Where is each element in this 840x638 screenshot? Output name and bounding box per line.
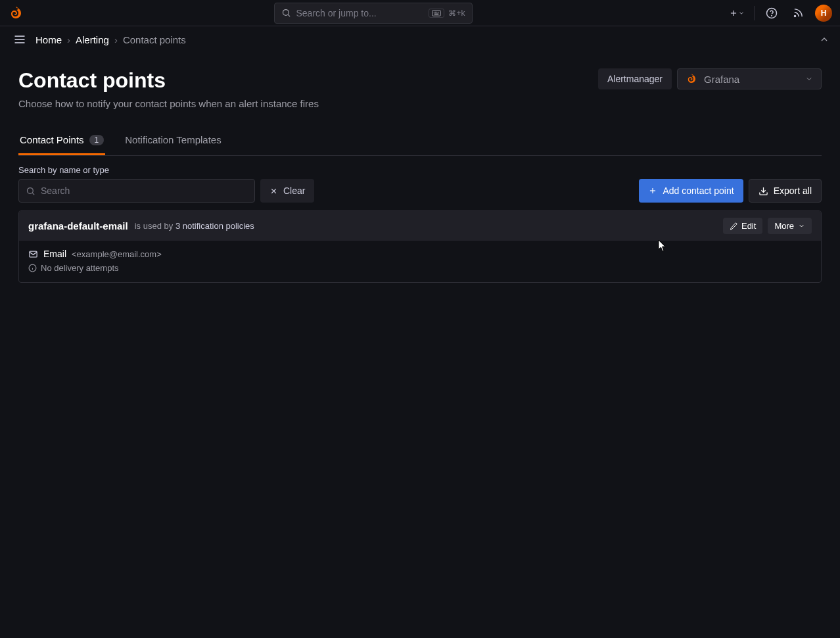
- close-icon: [269, 187, 278, 195]
- contact-point-status: No delivery attempts: [28, 263, 812, 273]
- add-menu-button[interactable]: [728, 4, 746, 22]
- search-icon: [26, 186, 35, 196]
- svg-point-4: [436, 12, 436, 12]
- tab-count-badge: 1: [89, 135, 105, 145]
- button-label: Export all: [774, 185, 812, 196]
- info-icon: [28, 264, 37, 272]
- contact-point-body: Email <example@email.com> No delivery at…: [19, 241, 821, 282]
- more-button[interactable]: More: [768, 218, 812, 234]
- svg-line-17: [32, 193, 34, 195]
- svg-rect-7: [435, 14, 439, 14]
- svg-line-1: [288, 14, 290, 16]
- tab-label: Contact Points: [20, 134, 84, 145]
- topbar-right: H: [728, 4, 832, 22]
- global-search[interactable]: Search or jump to... ⌘+k: [274, 3, 473, 24]
- clear-button[interactable]: Clear: [260, 179, 314, 203]
- tab-notification-templates[interactable]: Notification Templates: [124, 128, 222, 155]
- contact-point-usage: is used by 3 notification policies: [135, 221, 254, 231]
- keyboard-icon: [429, 9, 444, 18]
- tabs: Contact Points 1 Notification Templates: [18, 128, 822, 156]
- edit-button[interactable]: Edit: [723, 218, 762, 234]
- avatar[interactable]: H: [815, 5, 832, 22]
- alertmanager-label: Alertmanager: [598, 68, 672, 89]
- breadcrumb-row: Home › Alerting › Contact points: [0, 26, 840, 53]
- alertmanager-select[interactable]: Grafana: [677, 68, 822, 89]
- chevron-down-icon: [805, 75, 813, 83]
- chevron-down-icon: [798, 222, 805, 230]
- svg-point-12: [794, 15, 795, 16]
- page-header: Contact points Choose how to notify your…: [18, 68, 822, 109]
- svg-point-16: [28, 187, 34, 193]
- search-input[interactable]: [41, 185, 248, 196]
- divider: [754, 6, 755, 20]
- contact-point-address: <example@email.com>: [72, 249, 162, 259]
- svg-rect-2: [432, 10, 441, 15]
- contact-point-name: grafana-default-email: [28, 220, 128, 232]
- svg-point-0: [283, 10, 289, 16]
- search-input-wrap: [18, 179, 255, 203]
- breadcrumb-alerting[interactable]: Alerting: [76, 34, 109, 45]
- contact-point-header: grafana-default-email is used by 3 notif…: [19, 211, 821, 241]
- export-all-button[interactable]: Export all: [749, 179, 822, 203]
- add-contact-point-button[interactable]: Add contact point: [639, 179, 743, 203]
- search-icon: [281, 8, 291, 18]
- page-body: Contact points Choose how to notify your…: [0, 53, 840, 299]
- tab-contact-points[interactable]: Contact Points 1: [18, 128, 105, 155]
- alertmanager-selected: Grafana: [704, 74, 739, 85]
- search-label: Search by name or type: [18, 165, 255, 175]
- global-search-placeholder: Search or jump to...: [296, 8, 377, 18]
- pencil-icon: [730, 222, 737, 230]
- keyboard-hint: ⌘+k: [429, 9, 465, 18]
- plus-icon: [648, 186, 657, 195]
- svg-point-3: [434, 12, 435, 12]
- button-label: More: [774, 221, 794, 231]
- toolbar: Search by name or type Clear Add contact…: [18, 165, 822, 203]
- svg-point-11: [772, 15, 772, 16]
- contact-point-type: Email: [43, 249, 66, 259]
- breadcrumb-current: Contact points: [123, 34, 186, 45]
- svg-point-5: [437, 12, 438, 12]
- button-label: Clear: [283, 185, 305, 196]
- download-icon: [758, 186, 768, 196]
- top-bar: Search or jump to... ⌘+k H: [0, 0, 840, 26]
- button-label: Add contact point: [663, 185, 734, 196]
- svg-point-6: [438, 12, 439, 12]
- menu-icon[interactable]: [11, 30, 29, 49]
- grafana-logo-icon: [686, 73, 697, 85]
- breadcrumb: Home › Alerting › Contact points: [35, 34, 186, 45]
- help-icon[interactable]: [762, 4, 781, 22]
- chevron-right-icon: ›: [114, 34, 118, 45]
- rss-icon[interactable]: [789, 4, 807, 22]
- alertmanager-picker: Alertmanager Grafana: [598, 68, 822, 89]
- grafana-logo-icon[interactable]: [8, 5, 24, 21]
- tab-label: Notification Templates: [125, 134, 221, 145]
- page-subtitle: Choose how to notify your contact points…: [18, 98, 319, 109]
- contact-point-card: grafana-default-email is used by 3 notif…: [18, 210, 822, 283]
- status-text: No delivery attempts: [41, 263, 119, 273]
- button-label: Edit: [741, 221, 756, 231]
- chevron-right-icon: ›: [67, 34, 70, 45]
- mail-icon: [28, 249, 38, 259]
- page-title: Contact points: [18, 68, 319, 93]
- chevron-up-icon[interactable]: [819, 34, 829, 45]
- breadcrumb-home[interactable]: Home: [35, 34, 62, 45]
